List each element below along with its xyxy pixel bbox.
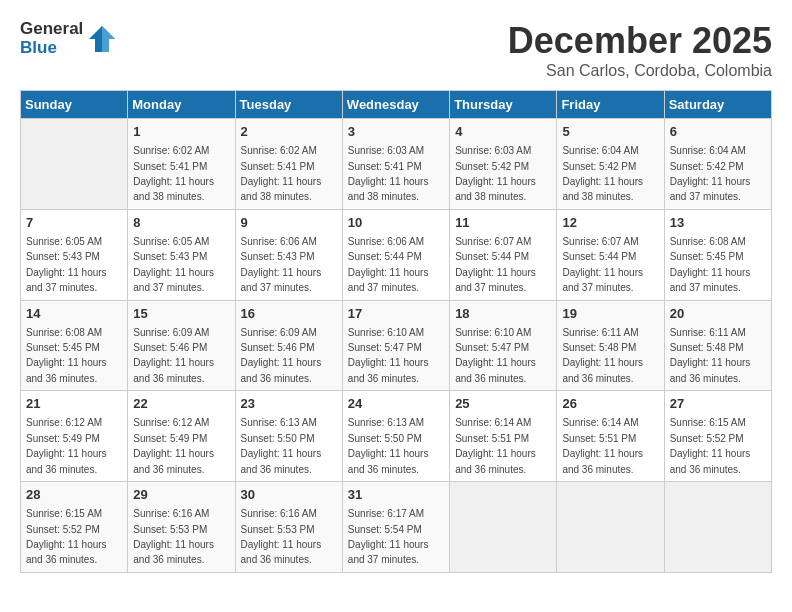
- calendar-day-cell: 4 Sunrise: 6:03 AMSunset: 5:42 PMDayligh…: [450, 119, 557, 210]
- logo-general: General: [20, 20, 83, 39]
- logo-text: General Blue: [20, 20, 117, 57]
- day-info: Sunrise: 6:06 AMSunset: 5:44 PMDaylight:…: [348, 236, 429, 293]
- day-info: Sunrise: 6:06 AMSunset: 5:43 PMDaylight:…: [241, 236, 322, 293]
- svg-marker-1: [102, 26, 115, 52]
- day-info: Sunrise: 6:10 AMSunset: 5:47 PMDaylight:…: [348, 327, 429, 384]
- calendar-day-cell: 13 Sunrise: 6:08 AMSunset: 5:45 PMDaylig…: [664, 209, 771, 300]
- day-number: 31: [348, 486, 444, 504]
- title-block: December 2025 San Carlos, Cordoba, Colom…: [508, 20, 772, 80]
- day-number: 15: [133, 305, 229, 323]
- day-of-week-header: Saturday: [664, 91, 771, 119]
- day-number: 4: [455, 123, 551, 141]
- day-number: 10: [348, 214, 444, 232]
- day-info: Sunrise: 6:09 AMSunset: 5:46 PMDaylight:…: [241, 327, 322, 384]
- calendar-day-cell: 3 Sunrise: 6:03 AMSunset: 5:41 PMDayligh…: [342, 119, 449, 210]
- day-number: 6: [670, 123, 766, 141]
- day-number: 28: [26, 486, 122, 504]
- day-info: Sunrise: 6:11 AMSunset: 5:48 PMDaylight:…: [562, 327, 643, 384]
- day-number: 21: [26, 395, 122, 413]
- day-number: 7: [26, 214, 122, 232]
- day-info: Sunrise: 6:13 AMSunset: 5:50 PMDaylight:…: [348, 417, 429, 474]
- day-info: Sunrise: 6:14 AMSunset: 5:51 PMDaylight:…: [455, 417, 536, 474]
- calendar-day-cell: 5 Sunrise: 6:04 AMSunset: 5:42 PMDayligh…: [557, 119, 664, 210]
- calendar-day-cell: 6 Sunrise: 6:04 AMSunset: 5:42 PMDayligh…: [664, 119, 771, 210]
- calendar-day-cell: 22 Sunrise: 6:12 AMSunset: 5:49 PMDaylig…: [128, 391, 235, 482]
- day-of-week-header: Thursday: [450, 91, 557, 119]
- day-number: 1: [133, 123, 229, 141]
- day-info: Sunrise: 6:07 AMSunset: 5:44 PMDaylight:…: [455, 236, 536, 293]
- calendar-day-cell: [664, 482, 771, 573]
- day-info: Sunrise: 6:02 AMSunset: 5:41 PMDaylight:…: [241, 145, 322, 202]
- calendar-day-cell: 16 Sunrise: 6:09 AMSunset: 5:46 PMDaylig…: [235, 300, 342, 391]
- day-info: Sunrise: 6:05 AMSunset: 5:43 PMDaylight:…: [26, 236, 107, 293]
- day-info: Sunrise: 6:15 AMSunset: 5:52 PMDaylight:…: [670, 417, 751, 474]
- calendar-day-cell: 15 Sunrise: 6:09 AMSunset: 5:46 PMDaylig…: [128, 300, 235, 391]
- calendar-day-cell: 10 Sunrise: 6:06 AMSunset: 5:44 PMDaylig…: [342, 209, 449, 300]
- day-info: Sunrise: 6:04 AMSunset: 5:42 PMDaylight:…: [670, 145, 751, 202]
- day-of-week-header: Sunday: [21, 91, 128, 119]
- calendar-day-cell: 18 Sunrise: 6:10 AMSunset: 5:47 PMDaylig…: [450, 300, 557, 391]
- calendar-day-cell: 26 Sunrise: 6:14 AMSunset: 5:51 PMDaylig…: [557, 391, 664, 482]
- calendar-day-cell: 30 Sunrise: 6:16 AMSunset: 5:53 PMDaylig…: [235, 482, 342, 573]
- calendar-header-row: SundayMondayTuesdayWednesdayThursdayFrid…: [21, 91, 772, 119]
- calendar-day-cell: 2 Sunrise: 6:02 AMSunset: 5:41 PMDayligh…: [235, 119, 342, 210]
- calendar-day-cell: 24 Sunrise: 6:13 AMSunset: 5:50 PMDaylig…: [342, 391, 449, 482]
- day-info: Sunrise: 6:03 AMSunset: 5:42 PMDaylight:…: [455, 145, 536, 202]
- day-info: Sunrise: 6:16 AMSunset: 5:53 PMDaylight:…: [241, 508, 322, 565]
- day-number: 19: [562, 305, 658, 323]
- calendar-table: SundayMondayTuesdayWednesdayThursdayFrid…: [20, 90, 772, 573]
- day-info: Sunrise: 6:12 AMSunset: 5:49 PMDaylight:…: [26, 417, 107, 474]
- day-number: 22: [133, 395, 229, 413]
- day-number: 24: [348, 395, 444, 413]
- calendar-day-cell: 7 Sunrise: 6:05 AMSunset: 5:43 PMDayligh…: [21, 209, 128, 300]
- day-info: Sunrise: 6:04 AMSunset: 5:42 PMDaylight:…: [562, 145, 643, 202]
- day-number: 3: [348, 123, 444, 141]
- calendar-day-cell: 8 Sunrise: 6:05 AMSunset: 5:43 PMDayligh…: [128, 209, 235, 300]
- day-number: 26: [562, 395, 658, 413]
- calendar-week-row: 7 Sunrise: 6:05 AMSunset: 5:43 PMDayligh…: [21, 209, 772, 300]
- day-number: 16: [241, 305, 337, 323]
- day-number: 8: [133, 214, 229, 232]
- day-info: Sunrise: 6:03 AMSunset: 5:41 PMDaylight:…: [348, 145, 429, 202]
- day-number: 18: [455, 305, 551, 323]
- logo-blue: Blue: [20, 39, 83, 58]
- day-of-week-header: Tuesday: [235, 91, 342, 119]
- day-of-week-header: Friday: [557, 91, 664, 119]
- header: General Blue December 2025 San Carlos, C…: [20, 20, 772, 80]
- calendar-day-cell: 28 Sunrise: 6:15 AMSunset: 5:52 PMDaylig…: [21, 482, 128, 573]
- day-info: Sunrise: 6:09 AMSunset: 5:46 PMDaylight:…: [133, 327, 214, 384]
- calendar-day-cell: 20 Sunrise: 6:11 AMSunset: 5:48 PMDaylig…: [664, 300, 771, 391]
- calendar-day-cell: [557, 482, 664, 573]
- calendar-day-cell: 19 Sunrise: 6:11 AMSunset: 5:48 PMDaylig…: [557, 300, 664, 391]
- day-number: 25: [455, 395, 551, 413]
- day-info: Sunrise: 6:08 AMSunset: 5:45 PMDaylight:…: [26, 327, 107, 384]
- day-info: Sunrise: 6:11 AMSunset: 5:48 PMDaylight:…: [670, 327, 751, 384]
- day-number: 2: [241, 123, 337, 141]
- calendar-day-cell: 17 Sunrise: 6:10 AMSunset: 5:47 PMDaylig…: [342, 300, 449, 391]
- calendar-day-cell: 11 Sunrise: 6:07 AMSunset: 5:44 PMDaylig…: [450, 209, 557, 300]
- day-of-week-header: Wednesday: [342, 91, 449, 119]
- calendar-day-cell: 9 Sunrise: 6:06 AMSunset: 5:43 PMDayligh…: [235, 209, 342, 300]
- day-number: 30: [241, 486, 337, 504]
- calendar-day-cell: 31 Sunrise: 6:17 AMSunset: 5:54 PMDaylig…: [342, 482, 449, 573]
- calendar-day-cell: 12 Sunrise: 6:07 AMSunset: 5:44 PMDaylig…: [557, 209, 664, 300]
- day-number: 11: [455, 214, 551, 232]
- calendar-day-cell: 27 Sunrise: 6:15 AMSunset: 5:52 PMDaylig…: [664, 391, 771, 482]
- calendar-day-cell: 29 Sunrise: 6:16 AMSunset: 5:53 PMDaylig…: [128, 482, 235, 573]
- day-info: Sunrise: 6:02 AMSunset: 5:41 PMDaylight:…: [133, 145, 214, 202]
- calendar-day-cell: 23 Sunrise: 6:13 AMSunset: 5:50 PMDaylig…: [235, 391, 342, 482]
- calendar-week-row: 28 Sunrise: 6:15 AMSunset: 5:52 PMDaylig…: [21, 482, 772, 573]
- calendar-day-cell: [21, 119, 128, 210]
- day-info: Sunrise: 6:08 AMSunset: 5:45 PMDaylight:…: [670, 236, 751, 293]
- day-info: Sunrise: 6:17 AMSunset: 5:54 PMDaylight:…: [348, 508, 429, 565]
- day-info: Sunrise: 6:07 AMSunset: 5:44 PMDaylight:…: [562, 236, 643, 293]
- day-info: Sunrise: 6:15 AMSunset: 5:52 PMDaylight:…: [26, 508, 107, 565]
- day-number: 23: [241, 395, 337, 413]
- day-info: Sunrise: 6:16 AMSunset: 5:53 PMDaylight:…: [133, 508, 214, 565]
- day-info: Sunrise: 6:05 AMSunset: 5:43 PMDaylight:…: [133, 236, 214, 293]
- day-number: 20: [670, 305, 766, 323]
- calendar-day-cell: 14 Sunrise: 6:08 AMSunset: 5:45 PMDaylig…: [21, 300, 128, 391]
- logo-icon: [87, 24, 117, 54]
- logo: General Blue: [20, 20, 117, 57]
- calendar-week-row: 1 Sunrise: 6:02 AMSunset: 5:41 PMDayligh…: [21, 119, 772, 210]
